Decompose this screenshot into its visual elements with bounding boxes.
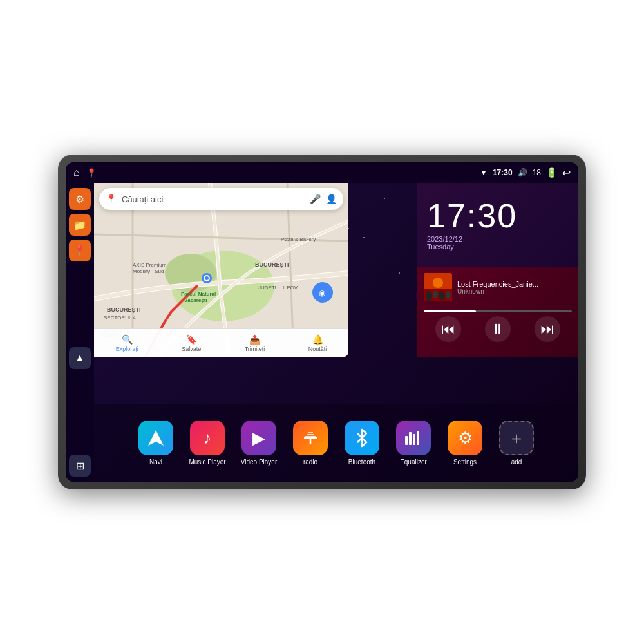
svg-point-23 <box>433 290 438 298</box>
music-progress-indicator <box>424 310 476 312</box>
svg-rect-34 <box>413 434 415 445</box>
news-icon: 🔔 <box>312 334 323 345</box>
music-text: Lost Frequencies_Janie... Unknown <box>457 280 572 295</box>
app-video-player[interactable]: ▶ Video Player <box>236 421 282 466</box>
navi-icon <box>138 421 173 455</box>
map-pin-icon: 📍 <box>73 245 86 257</box>
status-bar: ⌂ 📍 ▼ 17:30 🔊 18 🔋 ↩ <box>66 162 578 183</box>
app-settings[interactable]: ⚙ Settings <box>442 421 488 466</box>
explore-icon: 🔍 <box>122 334 133 345</box>
app-navi[interactable]: Navi <box>133 421 179 466</box>
sidebar-item-grid[interactable]: ⊞ <box>69 455 91 477</box>
music-progress-bar-container[interactable] <box>424 310 572 312</box>
svg-text:BUCUREȘTI: BUCUREȘTI <box>255 261 289 268</box>
settings-icon: ⚙ <box>448 421 482 455</box>
battery-level: 18 <box>533 168 541 177</box>
svg-text:Pizza & Bakery: Pizza & Bakery <box>281 236 316 242</box>
bluetooth-label: Bluetooth <box>348 459 375 466</box>
map-search-bar[interactable]: 📍 Căutați aici 🎤 👤 <box>99 188 343 210</box>
svg-text:JUDEȚUL ILFOV: JUDEȚUL ILFOV <box>258 285 298 290</box>
volume-icon: 🔊 <box>518 168 527 177</box>
svg-text:BUCUREȘTI: BUCUREȘTI <box>107 307 141 313</box>
send-label: Trimiteți <box>245 346 265 352</box>
svg-rect-33 <box>409 432 412 445</box>
saved-icon: 🔖 <box>186 334 197 345</box>
home-icon[interactable]: ⌂ <box>73 167 80 178</box>
radio-label: radio <box>303 459 317 466</box>
video-player-icon: ▶ <box>242 421 276 455</box>
grid-icon: ⊞ <box>76 460 84 472</box>
sidebar-item-maps[interactable]: 📍 <box>69 240 91 261</box>
map-nav-send[interactable]: 📤 Trimiteți <box>245 334 265 352</box>
google-maps-icon: 📍 <box>106 194 117 204</box>
music-track-info: Lost Frequencies_Janie... Unknown <box>424 273 572 301</box>
svg-text:Parcul Natural: Parcul Natural <box>181 291 216 297</box>
app-equalizer[interactable]: Equalizer <box>390 421 437 466</box>
svg-point-20 <box>433 278 443 288</box>
map-nav-news[interactable]: 🔔 Noutăți <box>308 334 327 352</box>
folder-icon: 📁 <box>73 219 86 231</box>
map-widget[interactable]: Google AXIS Premium Mobility - Sud Pizza… <box>94 183 348 357</box>
app-radio[interactable]: radio <box>287 421 334 466</box>
account-icon[interactable]: 👤 <box>326 194 337 204</box>
svg-point-5 <box>205 276 209 280</box>
music-controls: ⏮ ⏸ ⏭ <box>424 316 572 342</box>
device-body: ⌂ 📍 ▼ 17:30 🔊 18 🔋 ↩ <box>58 155 586 489</box>
wifi-icon: ▼ <box>480 168 488 177</box>
app-add[interactable]: ＋ add <box>493 421 540 466</box>
svg-text:AXIS Premium: AXIS Premium <box>133 262 167 268</box>
clock-time: 17:30 <box>427 199 517 232</box>
album-art <box>424 273 452 301</box>
video-player-label: Video Player <box>241 459 278 466</box>
navi-label: Navi <box>149 459 162 466</box>
microphone-icon[interactable]: 🎤 <box>310 194 321 204</box>
music-title: Lost Frequencies_Janie... <box>457 280 572 288</box>
back-icon[interactable]: ↩ <box>562 167 571 179</box>
search-input-text[interactable]: Căutați aici <box>122 194 305 204</box>
app-grid-area: Navi ♪ Music Player ▶ Video Player <box>94 404 578 482</box>
screen: ⌂ 📍 ▼ 17:30 🔊 18 🔋 ↩ <box>66 162 578 482</box>
next-track-button[interactable]: ⏭ <box>535 316 560 342</box>
gear-icon: ⚙ <box>75 193 84 205</box>
saved-label: Salvate <box>182 346 201 352</box>
pause-button[interactable]: ⏸ <box>485 316 511 342</box>
news-label: Noutăți <box>308 346 327 352</box>
svg-rect-35 <box>417 431 419 445</box>
day-value: Tuesday <box>427 243 454 251</box>
add-label: add <box>511 459 522 466</box>
send-icon: 📤 <box>249 334 260 345</box>
explore-label: Explorați <box>116 346 138 352</box>
battery-icon: 🔋 <box>546 167 557 178</box>
maps-icon[interactable]: 📍 <box>86 168 97 178</box>
svg-text:◉: ◉ <box>319 289 325 298</box>
svg-text:Văcărești: Văcărești <box>184 298 207 303</box>
bluetooth-icon <box>345 421 379 455</box>
map-nav-explore[interactable]: 🔍 Explorați <box>116 334 138 352</box>
clock-widget: 17:30 2023/12/12 Tuesday <box>417 183 578 267</box>
svg-point-25 <box>446 291 451 299</box>
prev-track-button[interactable]: ⏮ <box>435 316 461 342</box>
music-player-icon: ♪ <box>190 421 225 455</box>
map-bottom-bar: 🔍 Explorați 🔖 Salvate 📤 Trimiteți � <box>94 328 348 357</box>
settings-label: Settings <box>453 459 477 466</box>
equalizer-icon <box>396 421 431 455</box>
status-right: ▼ 17:30 🔊 18 🔋 ↩ <box>480 167 571 179</box>
main-area: ⚙ 📁 📍 ▲ ⊞ <box>66 183 578 482</box>
navigation-arrow-icon: ▲ <box>75 352 85 364</box>
app-music-player[interactable]: ♪ Music Player <box>184 421 231 466</box>
sidebar: ⚙ 📁 📍 ▲ ⊞ <box>66 183 94 482</box>
sidebar-item-files[interactable]: 📁 <box>69 214 91 236</box>
map-nav-saved[interactable]: 🔖 Salvate <box>182 334 201 352</box>
sidebar-item-navigation[interactable]: ▲ <box>69 347 91 369</box>
music-player-label: Music Player <box>189 459 225 466</box>
svg-text:Mobility - Sud: Mobility - Sud <box>133 269 164 274</box>
clock-status: 17:30 <box>493 168 513 177</box>
status-left: ⌂ 📍 <box>73 167 97 178</box>
music-widget: Lost Frequencies_Janie... Unknown ⏮ ⏸ ⏭ <box>417 267 578 357</box>
svg-text:SECTORUL 4: SECTORUL 4 <box>104 315 136 321</box>
center-content: Google AXIS Premium Mobility - Sud Pizza… <box>94 183 578 482</box>
add-icon: ＋ <box>499 421 534 455</box>
app-bluetooth[interactable]: Bluetooth <box>339 421 385 466</box>
svg-rect-32 <box>405 436 408 445</box>
sidebar-item-settings[interactable]: ⚙ <box>69 188 91 210</box>
